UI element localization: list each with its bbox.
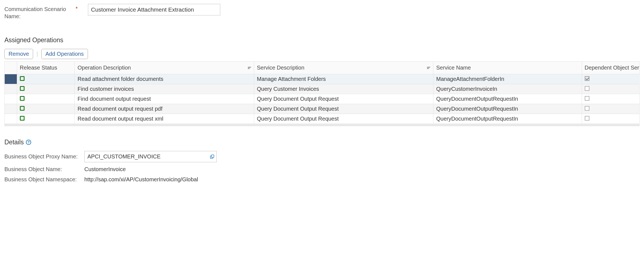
col-dependent-object-service[interactable]: Dependent Object Service bbox=[582, 62, 639, 74]
row-select-cell[interactable] bbox=[5, 104, 17, 114]
table-row[interactable]: Read attachment folder documentsManage A… bbox=[5, 74, 640, 84]
scenario-name-input[interactable] bbox=[88, 4, 220, 15]
row-select-cell[interactable] bbox=[5, 74, 17, 84]
dependent-cell bbox=[582, 104, 639, 114]
service-name-cell: QueryDocumentOutputRequestIn bbox=[433, 94, 582, 104]
dependent-checkbox[interactable] bbox=[585, 106, 589, 111]
dependent-cell bbox=[582, 94, 639, 104]
operation-description-cell: Read document output request pdf bbox=[75, 104, 254, 114]
col-release-status[interactable]: Release Status bbox=[17, 62, 74, 74]
table-row[interactable]: Find document output requestQuery Docume… bbox=[5, 94, 640, 104]
col-service-description[interactable]: Service Description bbox=[254, 62, 433, 74]
status-indicator-icon bbox=[20, 96, 25, 101]
assigned-operations-heading-text: Assigned Operations bbox=[4, 36, 63, 44]
service-description-cell: Query Document Output Request bbox=[254, 104, 433, 114]
sort-icon[interactable] bbox=[248, 67, 251, 69]
assigned-operations-heading: Assigned Operations bbox=[4, 36, 640, 44]
details-grid: Business Object Proxy Name: Business Obj… bbox=[4, 151, 640, 183]
dependent-checkbox[interactable] bbox=[585, 86, 589, 91]
table-footer-scrollbar[interactable] bbox=[4, 124, 640, 126]
value-help-icon[interactable] bbox=[210, 154, 214, 159]
add-operations-button[interactable]: Add Operations bbox=[41, 49, 88, 59]
service-name-cell: ManageAttachmentFolderIn bbox=[433, 74, 582, 84]
required-asterisk: * bbox=[76, 4, 80, 12]
scenario-name-row: Communication Scenario Name: * bbox=[4, 4, 640, 20]
table-row[interactable]: Read document output request xmlQuery Do… bbox=[5, 114, 640, 124]
status-indicator-icon bbox=[20, 86, 25, 91]
release-status-cell bbox=[17, 74, 74, 84]
row-select-cell[interactable] bbox=[5, 94, 17, 104]
dependent-checkbox[interactable] bbox=[585, 96, 589, 101]
proxy-name-field bbox=[84, 151, 217, 162]
svg-rect-1 bbox=[211, 155, 214, 157]
release-status-cell bbox=[17, 84, 74, 94]
service-description-cell: Manage Attachment Folders bbox=[254, 74, 433, 84]
service-description-cell: Query Document Output Request bbox=[254, 94, 433, 104]
object-name-label: Business Object Name: bbox=[4, 166, 84, 172]
operation-description-cell: Read document output request xml bbox=[75, 114, 254, 124]
col-select bbox=[5, 62, 17, 74]
col-operation-description-label: Operation Description bbox=[77, 65, 131, 71]
operations-table: Release Status Operation Description Ser… bbox=[4, 61, 640, 124]
sort-icon[interactable] bbox=[427, 67, 430, 69]
dependent-cell bbox=[582, 114, 639, 124]
service-name-cell: QueryDocumentOutputRequestIn bbox=[433, 114, 582, 124]
release-status-cell bbox=[17, 104, 74, 114]
service-description-cell: Query Document Output Request bbox=[254, 114, 433, 124]
operation-description-cell: Read attachment folder documents bbox=[75, 74, 254, 84]
service-name-cell: QueryCustomerInvoiceIn bbox=[433, 84, 582, 94]
scenario-name-label: Communication Scenario Name: bbox=[4, 4, 73, 20]
dependent-cell bbox=[582, 84, 639, 94]
col-service-description-label: Service Description bbox=[257, 65, 304, 71]
namespace-value: http://sap.com/xi/AP/CustomerInvoicing/G… bbox=[84, 176, 640, 183]
status-indicator-icon bbox=[20, 116, 25, 121]
release-status-cell bbox=[17, 94, 74, 104]
dependent-checkbox[interactable] bbox=[585, 116, 589, 121]
operation-description-cell: Find document output request bbox=[75, 94, 254, 104]
release-status-cell bbox=[17, 114, 74, 124]
status-indicator-icon bbox=[20, 106, 25, 111]
help-icon[interactable]: ? bbox=[26, 140, 31, 145]
operation-description-cell: Find customer invoices bbox=[75, 84, 254, 94]
col-operation-description[interactable]: Operation Description bbox=[75, 62, 254, 74]
status-indicator-icon bbox=[20, 76, 25, 81]
row-select-cell[interactable] bbox=[5, 84, 17, 94]
service-name-cell: QueryDocumentOutputRequestIn bbox=[433, 104, 582, 114]
row-select-cell[interactable] bbox=[5, 114, 17, 124]
remove-button[interactable]: Remove bbox=[4, 49, 33, 59]
operations-toolbar: Remove | Add Operations bbox=[4, 49, 640, 59]
dependent-cell bbox=[582, 74, 639, 84]
details-heading: Details ? bbox=[4, 139, 640, 146]
service-description-cell: Query Customer Invoices bbox=[254, 84, 433, 94]
toolbar-separator: | bbox=[36, 51, 38, 57]
namespace-label: Business Object Namespace: bbox=[4, 176, 84, 183]
table-row[interactable]: Find customer invoicesQuery Customer Inv… bbox=[5, 84, 640, 94]
details-heading-text: Details bbox=[4, 139, 24, 146]
proxy-name-label: Business Object Proxy Name: bbox=[4, 153, 84, 160]
dependent-checkbox[interactable] bbox=[585, 76, 589, 81]
proxy-name-input[interactable] bbox=[84, 151, 217, 162]
table-row[interactable]: Read document output request pdfQuery Do… bbox=[5, 104, 640, 114]
col-service-name[interactable]: Service Name bbox=[433, 62, 582, 74]
object-name-value: CustomerInvoice bbox=[84, 166, 640, 172]
